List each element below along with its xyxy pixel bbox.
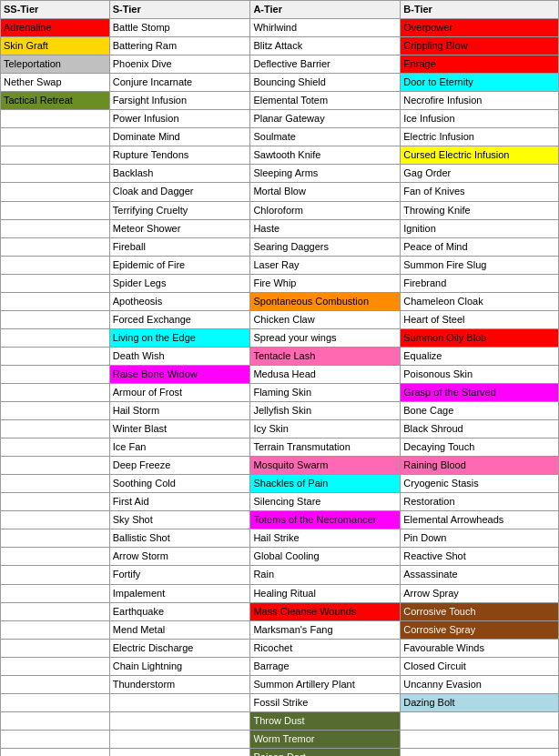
header-a: A-Tier (250, 1, 401, 19)
table-row: Winter BlastIcy SkinBlack Shroud (1, 420, 559, 438)
table-row: ThunderstormSummon Artillery PlantUncann… (1, 675, 559, 693)
table-row: Armour of FrostFlaming SkinGrasp of the … (1, 383, 559, 401)
table-row: Arrow StormGlobal CoolingReactive Shot (1, 548, 559, 566)
table-row: FireballSearing DaggersPeace of Mind (1, 237, 559, 256)
table-row: Terrifying CrueltyChloroformThrowing Kni… (1, 201, 559, 219)
table-row: Raise Bone WidowMedusa HeadPoisonous Ski… (1, 365, 559, 383)
table-row: Rupture TendonsSawtooth KnifeCursed Elec… (1, 146, 559, 165)
header-s: S-Tier (109, 1, 250, 19)
table-row: First AidSilencing StareRestoration (1, 493, 559, 511)
table-row: Deep FreezeMosquito SwarmRaining Blood (1, 457, 559, 475)
table-row: Forced ExchangeChicken ClawHeart of Stee… (1, 310, 559, 328)
table-row: FortifyRainAssassinate (1, 566, 559, 584)
tier-list-table: SS-Tier S-Tier A-Tier B-Tier AdrenalineB… (0, 0, 559, 756)
table-row: Living on the EdgeSpread your wingsSummo… (1, 328, 559, 347)
table-row: Ice FanTerrain TransmutationDecaying Tou… (1, 438, 559, 457)
table-row: Soothing ColdShackles of PainCryogenic S… (1, 475, 559, 493)
header-b: B-Tier (401, 1, 559, 19)
table-row: TeleportationPhoenix DiveDeflective Barr… (1, 55, 559, 74)
table-row: EarthquakeMass Cleanse WoundsCorrosive T… (1, 602, 559, 620)
table-row: Throw Dust (1, 711, 559, 730)
table-row: Fossil StrikeDazing Bolt (1, 693, 559, 711)
table-row: Skin GraftBattering RamBlitz AttackCripp… (1, 37, 559, 55)
table-row: Sky ShotTotems of the NecromancerElement… (1, 511, 559, 529)
table-row: ApotheosisSpontaneous CombustionChameleo… (1, 292, 559, 310)
table-row: Dominate MindSoulmateElectric Infusion (1, 128, 559, 146)
table-row: ImpalementHealing RitualArrow Spray (1, 584, 559, 602)
table-row: Nether SwapConjure IncarnateBouncing Shi… (1, 74, 559, 92)
table-row: Spider LegsFire WhipFirebrand (1, 274, 559, 292)
table-row: Ballistic ShotHail StrikePin Down (1, 529, 559, 548)
table-row: Meteor ShowerHasteIgnition (1, 219, 559, 237)
table-row: Power InfusionPlanar GatewayIce Infusion (1, 110, 559, 128)
table-row: Mend MetalMarksman's FangCorrosive Spray (1, 620, 559, 639)
table-row: Cloak and DaggerMortal BlowFan of Knives (1, 183, 559, 201)
table-row: Hail StormJellyfish SkinBone Cage (1, 402, 559, 420)
table-row: Death WishTentacle LashEqualize (1, 347, 559, 365)
table-row: Electric DischargeRicochetFavourable Win… (1, 639, 559, 657)
table-row: BacklashSleeping ArmsGag Order (1, 165, 559, 183)
header-ss: SS-Tier (1, 1, 110, 19)
table-row: Epidemic of FireLaser RaySummon Fire Slu… (1, 256, 559, 274)
table-row: Tactical RetreatFarsight InfusionElement… (1, 92, 559, 110)
table-row: Poison Dart (1, 748, 559, 756)
table-row: AdrenalineBattle StompWhirlwindOverpower (1, 19, 559, 37)
table-row: Worm Tremor (1, 730, 559, 748)
table-row: Chain LightningBarrageClosed Circuit (1, 657, 559, 675)
